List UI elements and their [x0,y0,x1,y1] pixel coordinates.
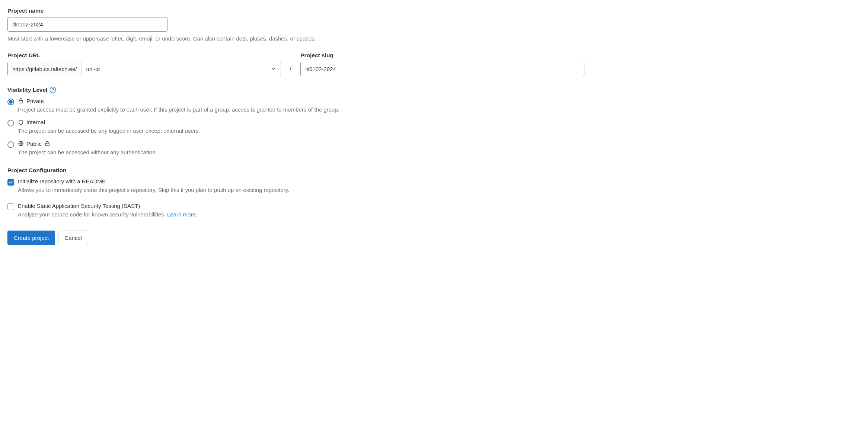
visibility-internal-label: Internal [26,119,45,125]
project-namespace-select[interactable]: uni-id [82,62,281,76]
globe-icon [18,141,24,147]
config-label: Project Configuration [7,167,584,174]
project-url-field: Project URL https://gitlab.cs.taltech.ee… [7,52,281,76]
cancel-button[interactable]: Cancel [58,231,88,245]
visibility-section: Visibility Level Private Project access … [7,87,584,157]
visibility-private-radio[interactable] [7,99,14,105]
config-section: Project Configuration Initialize reposit… [7,167,584,219]
visibility-private-desc: Project access must be granted explicitl… [18,106,584,114]
project-slug-label: Project slug [300,52,584,59]
chevron-down-icon [271,66,276,71]
project-slug-input[interactable] [300,62,584,76]
create-project-button[interactable]: Create project [7,231,55,245]
readme-desc: Allows you to immediately clone this pro… [18,186,584,195]
sast-checkbox[interactable] [7,203,14,210]
visibility-private-label: Private [26,98,44,104]
visibility-internal-radio[interactable] [7,120,14,126]
sast-desc: Analyze your source code for known secur… [18,211,167,218]
sast-label: Enable Static Application Security Testi… [18,203,140,209]
svg-point-1 [53,91,54,92]
lock-icon [44,141,50,147]
project-namespace-value: uni-id [86,66,100,72]
visibility-public-radio[interactable] [7,141,14,148]
url-slash-separator: / [281,65,300,71]
lock-icon [18,98,24,104]
project-name-help: Must start with a lowercase or uppercase… [7,35,584,43]
svg-rect-4 [45,143,49,146]
project-url-label: Project URL [7,52,281,59]
project-name-label: Project name [7,7,584,14]
project-slug-field: Project slug [300,52,584,76]
readme-label: Initialize repository with a README [18,178,106,184]
project-name-field: Project name Must start with a lowercase… [7,7,584,43]
svg-rect-2 [19,100,23,103]
visibility-public-label: Public [26,141,42,147]
project-url-prefix: https://gitlab.cs.taltech.ee/ [8,62,82,76]
readme-checkbox[interactable] [7,179,14,186]
visibility-internal-desc: The project can be accessed by any logge… [18,127,584,135]
visibility-label: Visibility Level [7,87,47,93]
project-name-input[interactable] [7,17,167,32]
shield-icon [18,119,24,125]
help-circle-icon[interactable] [50,87,56,93]
visibility-public-desc: The project can be accessed without any … [18,148,584,157]
sast-learn-more-link[interactable]: Learn more. [167,211,197,218]
